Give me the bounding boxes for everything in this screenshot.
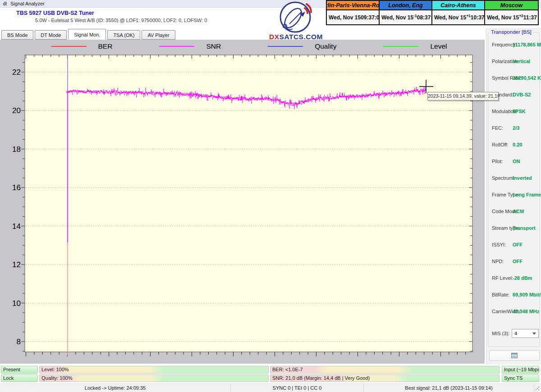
svg-text:16: 16	[12, 183, 21, 192]
level-bar: Level: 100%	[39, 366, 269, 374]
field-value: 11178,865 MHz	[513, 42, 541, 47]
field-label: RollOff:	[492, 142, 508, 147]
clock-london-eng: London, EngWed, Nov 15-108:37:07	[380, 1, 432, 24]
lock-indicator: Lock	[1, 374, 38, 382]
field-value: 2/3	[513, 125, 519, 131]
field-value: Transport	[513, 225, 536, 231]
clock-city-label: Cairo-Athens	[432, 1, 484, 10]
field-issyi: ISSYI:OFF	[486, 242, 541, 248]
field-value: Long Frame	[513, 192, 541, 197]
transponder-title: Transponder [BS]	[490, 29, 533, 35]
field-spectrum: Spectrum:Inverted	[486, 175, 541, 182]
svg-text:20: 20	[12, 106, 21, 115]
clock-city-label: Moscow	[485, 1, 538, 10]
field-label: ISSYI:	[492, 242, 506, 247]
field-value: 0.20	[513, 142, 522, 147]
svg-text:12: 12	[12, 260, 21, 269]
clock-cairo-athens: Cairo-AthensWed, Nov 15+110:37	[432, 1, 485, 24]
field-symbol-rate: Symbol Rate:35290,542 KS/s	[486, 75, 541, 82]
list-icon	[511, 353, 518, 358]
field-npd: NPD:OFF	[486, 259, 541, 265]
field-value: -28 dBm	[513, 275, 532, 281]
snr-bar: SNR: 21,0 dB (Margin: 14,4 dB | Very Goo…	[270, 374, 500, 382]
field-code-mode: Code Mode:ACM	[486, 209, 541, 215]
tab-av-player[interactable]: AV Player	[142, 30, 175, 40]
field-value: OFF	[513, 242, 523, 247]
svg-text:22: 22	[12, 68, 21, 77]
field-label: FEC:	[492, 125, 503, 131]
clock-city-label: London, Eng	[380, 1, 431, 10]
resize-grip[interactable]	[535, 386, 540, 391]
field-polarization: Polarization:Vertical	[486, 59, 541, 65]
clock-date: Wed, Nov 15	[329, 14, 361, 21]
clock-utc-offset: -1	[413, 14, 417, 18]
ber-bar: BER: <1.0E-7	[270, 366, 500, 374]
clock-time-row: Wed, Nov 15+110:37	[432, 10, 484, 24]
clock-time-row: Wed, Nov 15+211:37	[485, 10, 538, 24]
clock-time-row: Wed, Nov 1509:37:07	[327, 10, 379, 24]
field-value: ACM	[513, 209, 524, 214]
chart-area: BERSNRQualityLevel 810121416182022	[0, 40, 485, 364]
chart-tooltip: 2023-11-15 09.14.39, value: 21,100000381…	[427, 92, 499, 100]
tab-dt-mode[interactable]: DT Mode	[35, 30, 67, 40]
field-label: NPD:	[492, 259, 504, 264]
tab-tsa-ok[interactable]: TSA (OK)	[107, 30, 140, 40]
clock-city-label: Berlin-Paris-Vienna-Roma	[327, 1, 379, 10]
tuner-info: TBS 5927 USB DVB-S2 Tuner 5.0W - Eutelsa…	[16, 10, 207, 23]
field-value: 42,348 MHz	[513, 309, 539, 314]
signal-bars: PresentLevel: 100%BER: <1.0E-7Input (~19…	[0, 365, 541, 383]
field-rf-level: RF Level:-28 dBm	[486, 275, 541, 282]
field-value: Vertical	[513, 59, 530, 64]
logo-text: DXSATCS.COM	[269, 33, 321, 41]
field-rolloff: RollOff:0.20	[486, 142, 541, 148]
field-frequency: Frequency:11178,865 MHz	[486, 42, 541, 48]
uptime-status: Locked -> Uptime: 24:09:35	[85, 385, 146, 391]
clock-date: Wed, Nov 15	[434, 14, 466, 21]
present-indicator: Present	[1, 366, 38, 374]
input-bar: Input (~19 Mbps)	[502, 366, 539, 374]
clock-date: Wed, Nov 15	[381, 14, 413, 21]
sync-status: SYNC 0 | TEI 0 | CC 0	[273, 385, 322, 391]
transponder-list-button[interactable]	[489, 350, 540, 361]
clock-time: 11:37	[523, 14, 537, 21]
satellite-dish-logo-icon	[270, 0, 321, 33]
field-pilot: Pilot:ON	[486, 159, 541, 165]
field-label: RF Level:	[492, 275, 513, 281]
clock-time: 10:37	[471, 14, 485, 21]
tab-bar: BS ModeDT ModeSignal Mon.TSA (OK)AV Play…	[1, 29, 177, 40]
clock-time-row: Wed, Nov 15-108:37:07	[380, 10, 431, 24]
field-modulation: Modulation:8PSK	[486, 109, 541, 115]
svg-text:18: 18	[12, 145, 21, 154]
tab-bs-mode[interactable]: BS Mode	[1, 30, 33, 40]
field-value: ON	[513, 159, 520, 164]
field-value: OFF	[513, 259, 523, 264]
clock-utc-offset: +1	[466, 14, 471, 18]
field-bitrate: BitRate:69,909 Mbit/s	[486, 292, 541, 298]
transponder-panel: Transponder [BS] Frequency:11178,865 MHz…	[486, 28, 541, 365]
tab-signal-mon[interactable]: Signal Mon.	[68, 29, 106, 40]
mis-row: MIS (3): 4	[486, 329, 541, 338]
quality-bar: Quality: 100%	[39, 374, 269, 382]
sync-ts-indicator: Sync TS	[502, 374, 539, 382]
mis-label: MIS (3):	[492, 331, 509, 336]
signal-chart[interactable]: 810121416182022	[0, 40, 485, 364]
field-frame-type: Frame Type:Long Frame	[486, 192, 541, 198]
dxsatcs-logo: DXSATCS.COM	[269, 0, 321, 41]
clock-berlin-paris-vienna-roma: Berlin-Paris-Vienna-RomaWed, Nov 1509:37…	[327, 1, 380, 24]
clock-moscow: MoscowWed, Nov 15+211:37	[485, 1, 538, 24]
svg-text:8: 8	[17, 337, 21, 346]
best-signal-status: Best signal: 21,1 dB (2023-11-15 09:14)	[405, 385, 492, 391]
mis-dropdown[interactable]: 4	[512, 329, 539, 338]
field-stream-type: Stream type:Transport	[486, 225, 541, 232]
chevron-down-icon	[532, 333, 536, 335]
field-value: 69,909 Mbit/s	[513, 292, 541, 297]
clock-time: 09:37:07	[361, 14, 382, 21]
field-label: BitRate:	[492, 292, 509, 297]
svg-text:14: 14	[12, 222, 21, 231]
clock-utc-offset: +2	[519, 14, 523, 18]
clock-date: Wed, Nov 15	[487, 14, 519, 21]
logo-dx: DX	[269, 33, 280, 41]
field-fec: FEC:2/3	[486, 125, 541, 132]
field-carrierwidth: CarrierWidth:42,348 MHz	[486, 309, 541, 315]
field-value: DVB-S2	[513, 92, 531, 97]
